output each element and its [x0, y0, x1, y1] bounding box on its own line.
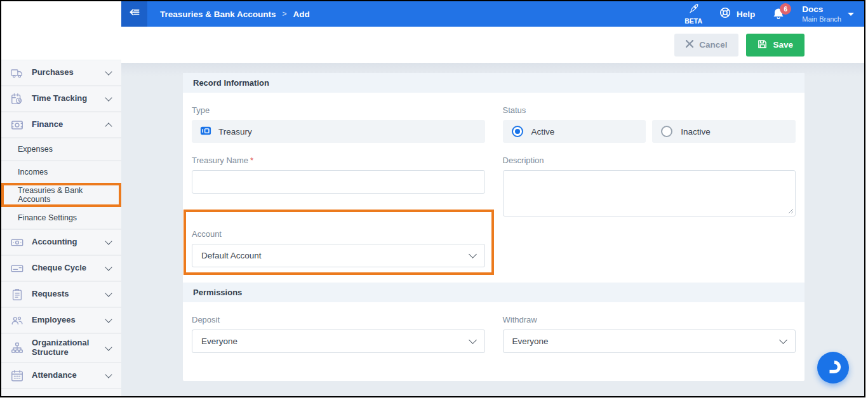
- collapse-sidebar-button[interactable]: [121, 1, 147, 27]
- treasury-name-input[interactable]: [192, 170, 485, 194]
- notifications-button[interactable]: 6: [771, 7, 785, 21]
- section-record-information: Record Information: [183, 73, 805, 93]
- status-label: Status: [503, 105, 796, 115]
- sidebar-item-label: Accounting: [32, 237, 98, 247]
- sidebar-subitem-treasuries-bank-accounts[interactable]: Treasuries & Bank Accounts: [1, 184, 121, 207]
- cheque-icon: [10, 262, 24, 276]
- section-title: Permissions: [193, 288, 242, 297]
- form-row-account: Account Default Account: [183, 217, 805, 267]
- app-window: Purchases Time Tracking Finance Expenses: [0, 0, 865, 397]
- banknote-icon: [10, 236, 24, 250]
- topbar: Treasuries & Bank Accounts > Add BETA He…: [121, 1, 864, 27]
- treasury-name-label: Treasury Name*: [192, 156, 485, 165]
- rocket-icon: [688, 3, 699, 17]
- breadcrumb-current: Add: [293, 10, 310, 19]
- sidebar-item-label: Organizational Structure: [32, 338, 98, 357]
- help-label: Help: [737, 10, 755, 19]
- field-treasury-name: Treasury Name*: [192, 143, 485, 217]
- truck-icon: [10, 66, 24, 80]
- field-description: Description: [503, 143, 796, 217]
- beta-button[interactable]: BETA: [684, 3, 702, 25]
- account-menu[interactable]: Docs Main Branch: [802, 4, 854, 23]
- sidebar-subitem-expenses[interactable]: Expenses: [1, 138, 121, 161]
- breadcrumb-separator: >: [283, 10, 287, 18]
- field-type: Type Treasury: [192, 93, 485, 143]
- type-label: Type: [192, 105, 485, 115]
- section-permissions: Permissions: [183, 283, 805, 302]
- org-chart-icon: [10, 341, 24, 355]
- deposit-selected-value: Everyone: [201, 337, 237, 346]
- sidebar-subitem-finance-settings[interactable]: Finance Settings: [1, 207, 121, 230]
- sidebar-item-label: Requests: [32, 290, 98, 299]
- radio-unselected-icon: [661, 126, 672, 137]
- branch-name: Main Branch: [802, 15, 841, 23]
- sidebar-item-purchases[interactable]: Purchases: [1, 60, 121, 86]
- sidebar-item-requests[interactable]: Requests: [1, 282, 121, 308]
- sidebar-item-attendance[interactable]: Attendance: [1, 363, 121, 389]
- chevron-down-icon: [105, 237, 112, 244]
- cancel-label: Cancel: [699, 40, 727, 50]
- chevron-down-icon: [105, 94, 112, 101]
- account-selected-value: Default Account: [201, 251, 262, 260]
- radio-selected-icon: [512, 126, 523, 137]
- chevron-down-icon: [105, 343, 112, 350]
- sidebar-subitem-label: Treasuries & Bank Accounts: [18, 186, 115, 204]
- cancel-button[interactable]: Cancel: [674, 34, 738, 57]
- save-floppy-icon: [758, 39, 767, 51]
- form-row-name-description: Treasury Name* Description: [183, 143, 805, 217]
- daftra-fab-button[interactable]: [817, 352, 849, 383]
- chevron-down-icon: [469, 250, 477, 258]
- field-status: Status Active Inactive: [503, 93, 796, 143]
- calendar-clock-icon: [10, 92, 24, 106]
- treasury-name-label-text: Treasury Name: [192, 156, 248, 165]
- sidebar-item-label: Cheque Cycle: [32, 263, 98, 273]
- sidebar-item-employees[interactable]: Employees: [1, 308, 121, 334]
- required-marker: *: [250, 156, 253, 165]
- withdraw-select[interactable]: Everyone: [503, 330, 796, 353]
- account-name: Docs: [802, 4, 841, 15]
- sidebar-item-label: Attendance: [32, 371, 98, 380]
- main-region: Treasuries & Bank Accounts > Add BETA He…: [121, 1, 864, 396]
- chevron-down-icon: [105, 68, 112, 75]
- sidebar-item-accounting[interactable]: Accounting: [1, 230, 121, 256]
- description-textarea[interactable]: [503, 170, 796, 217]
- status-active-label: Active: [531, 127, 555, 137]
- breadcrumb: Treasuries & Bank Accounts > Add: [147, 10, 310, 19]
- save-button[interactable]: Save: [746, 34, 805, 57]
- clipboard-icon: [10, 288, 24, 302]
- account-select[interactable]: Default Account: [192, 244, 485, 267]
- beta-label: BETA: [684, 17, 702, 25]
- deposit-label: Deposit: [192, 315, 485, 324]
- type-value: Treasury: [218, 127, 252, 137]
- sidebar-nav: Purchases Time Tracking Finance Expenses: [1, 60, 121, 396]
- sidebar-item-time-tracking[interactable]: Time Tracking: [1, 86, 121, 112]
- sidebar-subitem-label: Finance Settings: [18, 213, 77, 222]
- daftra-logo-icon: [825, 358, 842, 378]
- sidebar-item-organizational-structure[interactable]: Organizational Structure: [1, 334, 121, 363]
- caret-down-icon: [848, 13, 854, 16]
- collapse-arrow-icon: [128, 6, 141, 22]
- chevron-down-icon: [105, 263, 112, 270]
- cash-safe-icon: [10, 118, 24, 132]
- help-button[interactable]: Help: [719, 6, 755, 22]
- sidebar-subitem-incomes[interactable]: Incomes: [1, 161, 121, 184]
- account-label: Account: [192, 229, 485, 239]
- field-account: Account Default Account: [192, 217, 485, 267]
- type-value-box: Treasury: [192, 120, 485, 143]
- status-option-active[interactable]: Active: [503, 120, 646, 143]
- status-option-inactive[interactable]: Inactive: [652, 120, 796, 143]
- sidebar-item-finance[interactable]: Finance: [1, 112, 121, 138]
- status-radio-group: Active Inactive: [503, 120, 796, 143]
- close-icon: [686, 40, 693, 50]
- topbar-actions: BETA Help 6 Docs M: [684, 3, 864, 25]
- sidebar-item-label: Time Tracking: [32, 94, 98, 103]
- account-info: Docs Main Branch: [802, 4, 841, 23]
- sidebar-item-cheque-cycle[interactable]: Cheque Cycle: [1, 256, 121, 282]
- description-label: Description: [503, 156, 796, 165]
- breadcrumb-parent[interactable]: Treasuries & Bank Accounts: [160, 10, 276, 19]
- section-title: Record Information: [193, 78, 269, 88]
- chevron-down-icon: [469, 336, 477, 344]
- people-icon: [10, 314, 24, 328]
- deposit-select[interactable]: Everyone: [192, 330, 485, 353]
- sidebar-item-label: Finance: [32, 120, 98, 130]
